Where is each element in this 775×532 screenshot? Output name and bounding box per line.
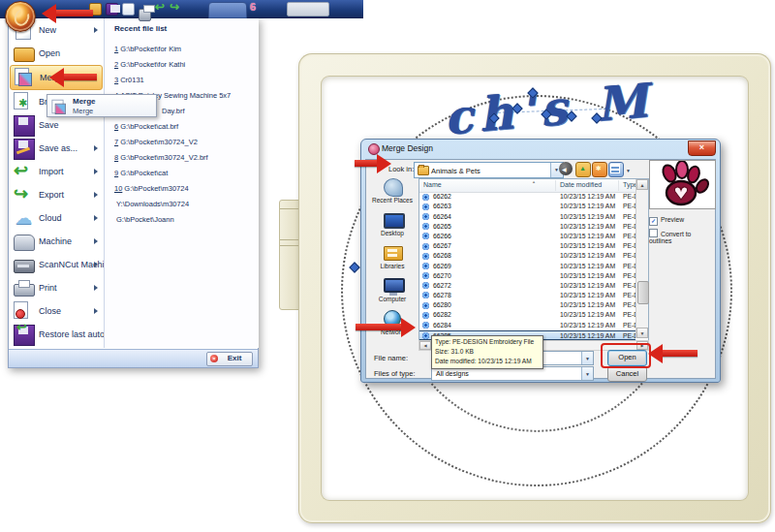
ribbon-tab[interactable] [208,2,247,18]
recent-file-item[interactable]: G:\bPocket\Joann [105,212,259,228]
menu-item-open[interactable]: Open [10,42,103,65]
place-computer[interactable]: Computer [368,276,417,309]
file-date: 10/23/15 12:19 AM [560,311,615,318]
recent-file-item[interactable]: 2G:\bPocket\for Kathi [105,57,259,73]
recent-file-path: G:\bPocket\for Kim [120,45,181,53]
menu-item-icon [14,162,33,181]
back-icon[interactable] [559,162,573,175]
place-desktop[interactable]: Desktop [368,210,417,243]
design-preview [649,160,716,209]
file-row[interactable]: 66266 10/23/15 12:19 AM PE-DES [419,232,636,241]
tooltip-size-line: Size: 31.0 KB [435,348,474,355]
preview-checkbox[interactable]: ✓ [649,217,658,226]
menu-item-label: Print [39,283,57,293]
file-name: 66262 [433,193,451,200]
file-date: 10/23/15 12:19 AM [560,332,615,339]
menu-item-icon [14,115,35,137]
submenu-title[interactable]: Merge [73,97,96,106]
file-type: PE-DES [623,193,636,200]
look-in-dropdown[interactable]: Animals & Pets [414,162,564,178]
design-file-icon [422,322,429,329]
file-row[interactable]: 66262 10/23/15 12:19 AM PE-DES [419,192,636,202]
recent-file-item[interactable]: 6G:\bPocket\cat.brf [105,119,259,135]
file-row[interactable]: 66267 10/23/15 12:19 AM PE-DES [419,241,636,251]
vertical-scrollbar[interactable]: ▲ ▼ [636,179,648,338]
arrow-to-open-button [663,350,698,357]
design-file-icon [422,194,429,201]
recent-file-item[interactable]: 9G:\bPocket\cat [105,166,259,181]
scroll-up-icon[interactable]: ▲ [636,179,648,190]
file-date: 10/23/15 12:19 AM [560,292,615,298]
file-row[interactable]: 66282 10/23/15 12:19 AM PE-DES [419,310,636,320]
menu-item-icon [14,47,35,62]
view-menu-caret-icon[interactable]: ▼ [626,168,631,173]
brand-badge: 6 [250,1,263,16]
cancel-button[interactable]: Cancel [607,366,647,382]
quick-access-toolbar [89,3,180,21]
file-name: 66266 [433,233,451,239]
column-header-date-modified[interactable]: Date modified [560,181,602,188]
convert-to-outlines-checkbox[interactable] [649,229,658,237]
column-header-name[interactable]: Name [423,181,442,188]
place-libraries[interactable]: Libraries [368,243,417,276]
new-folder-icon[interactable] [592,162,607,177]
quick-access-icon-save[interactable] [106,3,118,16]
up-one-level-icon[interactable] [575,162,591,177]
scroll-left-icon[interactable]: ◀ [419,341,431,350]
recent-file-path: Day.brf [162,107,185,115]
file-row[interactable]: 66268 10/23/15 12:19 AM PE-DES [419,251,636,261]
menu-item-label: Close [39,306,61,316]
file-name: 66284 [433,322,451,329]
file-name: 66270 [433,272,451,279]
menu-item-scanncut[interactable]: ScanNCut Machine [10,253,103,276]
place-icon [384,278,405,293]
file-row[interactable]: 66280 10/23/15 12:19 AM PE-DES [419,300,636,310]
menu-item-cloud[interactable]: Cloud [10,206,103,230]
recent-file-item[interactable]: 1G:\bPocket\for Kim [105,42,259,57]
recent-file-path: G:\bPocket\m30724_V2.brf [120,153,207,162]
file-row[interactable]: 66269 10/23/15 12:19 AM PE-DES [419,261,636,270]
dialog-title: Merge Design [382,143,433,153]
chevron-down-icon[interactable] [581,352,593,364]
file-row[interactable]: 66265 10/23/15 12:19 AM PE-DES [419,222,636,232]
menu-item-icon [14,301,28,319]
menu-item-label: Export [39,190,64,200]
file-row[interactable]: 66264 10/23/15 12:19 AM PE-DES [419,211,636,221]
close-icon[interactable]: × [688,141,716,156]
menu-item-label: Machine [39,236,72,246]
scrollbar-thumb[interactable] [637,281,649,304]
file-menu-panel: New Open Merge Browse Save Save as... [8,17,259,368]
quick-access-icon-new-page[interactable] [122,3,135,16]
exit-button[interactable]: × Exit [206,352,253,366]
merge-submenu-tooltip: Merge Merge [46,94,157,117]
quick-access-icon-redo[interactable] [170,3,180,14]
quick-access-icon-print[interactable] [139,9,151,21]
recent-file-item[interactable]: 10G:\bPocket\m30724 [105,181,259,197]
file-date: 10/23/15 12:19 AM [560,242,615,249]
file-row[interactable]: 66278 10/23/15 12:19 AM PE-DES [419,291,636,300]
chevron-down-icon[interactable] [581,367,593,380]
menu-item-export[interactable]: Export [10,183,103,206]
quick-access-icon-undo[interactable] [155,3,166,14]
place-recent-places[interactable]: Recent Places [368,177,417,210]
file-row[interactable]: 66272 10/23/15 12:19 AM PE-DES [419,281,636,291]
recent-file-item[interactable]: 3Cr0131 [105,73,259,88]
file-row[interactable]: 66284 10/23/15 12:19 AM PE-DES [419,320,636,329]
menu-item-machine[interactable]: Machine [10,230,103,253]
menu-item-print[interactable]: Print [10,276,103,299]
menu-item-import[interactable]: Import [10,160,103,183]
recent-file-path: G:\bPocket\for Kathi [120,60,185,69]
recent-file-item[interactable]: Y:\Downloads\m30724 [105,197,259,212]
arrow-to-look-in [355,160,377,167]
scroll-down-icon[interactable]: ▼ [636,328,648,338]
view-menu-icon[interactable] [608,162,624,177]
file-row[interactable]: 66263 10/23/15 12:19 AM PE-DES [419,202,636,211]
application-menu-button[interactable] [5,1,36,32]
file-rows: 66262 10/23/15 12:19 AM PE-DES 66263 10/… [419,192,636,340]
menu-item-restore[interactable]: Restore last autosaved [10,323,103,346]
file-row[interactable]: 66270 10/23/15 12:19 AM PE-DES [419,271,636,281]
menu-item-save-as[interactable]: Save as... [10,137,103,160]
recent-file-item[interactable]: 7G:\bPocket\m30724_V2 [105,135,259,150]
recent-file-path: G:\bPocket\m30724 [124,184,188,193]
recent-file-item[interactable]: 8G:\bPocket\m30724_V2.brf [105,150,259,166]
